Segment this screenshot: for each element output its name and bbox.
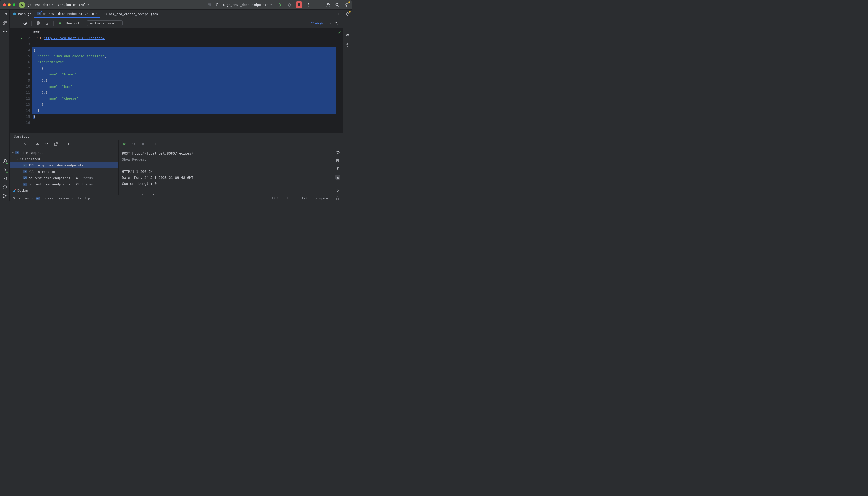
output-more-button[interactable] [153, 141, 158, 147]
output-date-line: Date: Mon, 24 Jul 2023 21:09:48 GMT [122, 176, 193, 180]
problems-tool-icon[interactable] [2, 185, 7, 190]
node-label: Finished [25, 157, 40, 161]
svg-line-14 [338, 5, 339, 6]
svg-line-23 [347, 3, 348, 4]
zoom-window-button[interactable] [13, 3, 15, 6]
tab-endpoints-http[interactable]: API go_rest_demo-endpoints.http × [34, 10, 100, 18]
chevron-right-icon[interactable] [335, 188, 340, 193]
svg-line-21 [347, 5, 348, 6]
code-editor[interactable]: 1 ▶▾2 3 4 5 6 7 8 9 10 11 12 13 14 15 16… [10, 28, 343, 133]
svg-text:API: API [24, 183, 27, 185]
api-icon: API [23, 170, 27, 173]
examples-link[interactable]: *Examples ▾ [310, 21, 331, 25]
svg-line-20 [345, 3, 345, 4]
chevron-down-icon: ▾ [88, 3, 89, 6]
notifications-icon[interactable] [345, 12, 350, 16]
output-stop-button[interactable] [140, 141, 146, 147]
services-output-toolbar [119, 140, 343, 148]
tree-item-endpoints-1[interactable]: API go_rest_demo-endpoints | #1 Status: [10, 175, 118, 181]
api-fail-icon: API [23, 183, 27, 186]
tree-item-endpoints-2[interactable]: API go_rest_demo-endpoints | #2 Status: [10, 181, 118, 187]
minimize-window-button[interactable] [8, 3, 11, 6]
run-button[interactable] [277, 2, 283, 8]
tab-main-go[interactable]: main.go [10, 10, 34, 18]
settings-button[interactable] [344, 2, 349, 8]
search-button[interactable] [334, 2, 340, 8]
svg-rect-26 [3, 23, 4, 25]
run-gutter-icon[interactable]: ▶ [21, 35, 22, 41]
expand-collapse-button[interactable] [13, 141, 18, 147]
run-config-selector[interactable]: API All in go_rest_demo-endpoints ▾ [206, 2, 274, 8]
close-window-button[interactable] [3, 3, 6, 6]
tree-item-all-rest-api[interactable]: API All in rest-api [10, 168, 118, 175]
api-icon: API [23, 176, 27, 180]
import-button[interactable] [44, 20, 50, 26]
stop-button[interactable] [296, 1, 302, 8]
vcs-tool-icon[interactable] [2, 193, 7, 198]
breadcrumb-root[interactable]: Scratches [13, 197, 29, 200]
services-tree[interactable]: ▾ API HTTP Request ▾ Finished API All in… [10, 148, 118, 195]
more-tools-icon[interactable] [2, 29, 7, 34]
tab-close-button[interactable]: × [96, 12, 97, 15]
editor-content[interactable]: ### POST http://localhost:8080/recipes/ … [32, 28, 336, 133]
run-all-button[interactable] [57, 20, 63, 26]
project-chooser[interactable]: G go-rest-demo ▾ [19, 2, 53, 7]
svg-point-77 [155, 142, 156, 143]
services-tool-icon[interactable] [2, 159, 7, 164]
terminal-tool-icon[interactable] [2, 176, 7, 181]
more-actions-button[interactable] [306, 2, 312, 8]
readonly-lock-icon[interactable] [336, 197, 339, 200]
svg-text:API: API [24, 177, 27, 179]
wrap-icon[interactable] [335, 158, 340, 163]
history-button[interactable] [22, 20, 28, 26]
project-tool-icon[interactable] [2, 12, 7, 16]
services-output[interactable]: POST http://localhost:8080/recipes/ Show… [119, 148, 333, 195]
open-button[interactable] [53, 141, 59, 147]
api-file-icon: API [36, 197, 40, 200]
cursor-position[interactable]: 18:1 [272, 197, 279, 200]
node-label: HTTP Request [20, 151, 43, 155]
inspections-ok-icon[interactable] [337, 30, 341, 34]
file-encoding[interactable]: UTF-8 [299, 197, 307, 200]
history-tool-icon[interactable] [345, 43, 350, 47]
scroll-up-icon[interactable] [335, 167, 340, 171]
debug-button[interactable] [286, 2, 292, 8]
tree-node-docker[interactable]: Docker [10, 187, 118, 193]
output-run-button[interactable] [122, 141, 127, 147]
tab-recipe-json[interactable]: ham_and_cheese_recipe.json [100, 10, 161, 18]
breadcrumb-file[interactable]: go_rest_demo-endpoints.http [43, 197, 90, 200]
right-tool-rail [343, 10, 352, 201]
window-controls [3, 3, 15, 6]
svg-point-86 [346, 35, 349, 36]
code-with-me-button[interactable] [325, 2, 331, 8]
svg-rect-85 [336, 198, 339, 200]
vcs-dropdown[interactable]: Version control ▾ [58, 3, 89, 6]
database-tool-icon[interactable] [345, 34, 350, 39]
output-debug-button[interactable] [131, 141, 137, 147]
scroll-down-icon[interactable] [335, 175, 340, 180]
stop-icon [298, 3, 300, 6]
fold-icon[interactable]: ▾ [26, 35, 28, 41]
tabs-more-button[interactable] [335, 10, 343, 18]
show-request-link[interactable]: Show Request [122, 157, 146, 161]
close-button[interactable] [22, 141, 28, 147]
show-button[interactable] [35, 141, 41, 147]
tree-node-finished[interactable]: ▾ Finished [10, 156, 118, 162]
run-tool-icon[interactable] [2, 167, 7, 172]
tree-item-all-endpoints[interactable]: API All in go_rest_demo-endpoints [10, 162, 118, 168]
chevron-down-icon: ▾ [52, 3, 53, 6]
add-service-button[interactable] [66, 141, 72, 147]
svg-rect-25 [5, 21, 6, 22]
structure-tool-icon[interactable] [2, 20, 7, 25]
output-right-rail [333, 148, 343, 195]
tree-node-http-request[interactable]: ▾ API HTTP Request [10, 150, 118, 156]
add-request-button[interactable] [13, 20, 19, 26]
view-icon[interactable] [335, 150, 340, 155]
filter-button[interactable] [44, 141, 50, 147]
copy-button[interactable] [35, 20, 41, 26]
indent-config[interactable]: ø space [315, 197, 328, 200]
ai-assist-button[interactable] [333, 20, 339, 26]
line-separator[interactable]: LF [287, 197, 290, 200]
node-label: Docker [17, 189, 29, 192]
environment-selector[interactable]: No Environment ▾ [86, 20, 122, 26]
